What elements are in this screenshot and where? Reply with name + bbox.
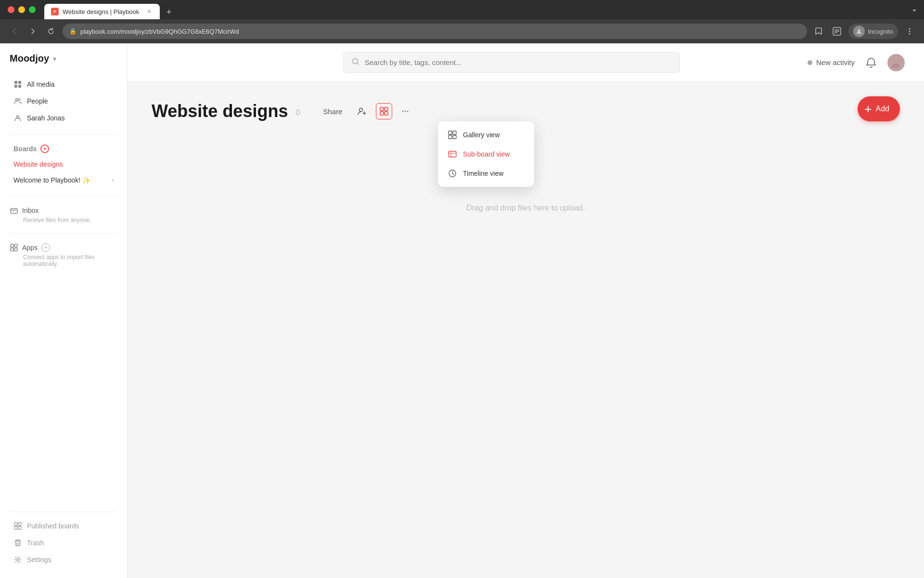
inbox-label[interactable]: Inbox xyxy=(22,207,38,214)
bookmark-button[interactable] xyxy=(812,25,825,38)
app-logo[interactable]: Moodjoy xyxy=(10,53,49,64)
svg-rect-18 xyxy=(14,248,17,251)
gallery-view-label: Gallery view xyxy=(463,131,500,139)
gallery-view-icon xyxy=(448,130,457,140)
svg-point-25 xyxy=(894,59,898,63)
timeline-view-label: Timeline view xyxy=(463,170,503,177)
inbox-desc: Receive files from anyone. xyxy=(10,217,117,223)
svg-text:P: P xyxy=(53,10,56,14)
browser-tab[interactable]: P Website designs | Playbook ✕ xyxy=(44,4,160,19)
add-button[interactable]: + Add xyxy=(858,96,900,121)
svg-point-5 xyxy=(909,31,911,32)
sidebar-item-trash[interactable]: Trash xyxy=(4,535,123,551)
share-button[interactable]: Share xyxy=(317,105,348,118)
forward-button[interactable] xyxy=(26,25,39,38)
maximize-traffic-light[interactable] xyxy=(29,6,36,13)
browser-menu-icon xyxy=(911,7,918,14)
timeline-view-icon xyxy=(448,169,457,178)
main-content: New activity Website designs 0 Share xyxy=(128,43,924,578)
svg-point-32 xyxy=(405,111,406,112)
tab-favicon: P xyxy=(51,8,59,15)
sidebar-item-website-designs[interactable]: Website designs xyxy=(4,157,123,172)
sidebar-item-people[interactable]: People xyxy=(4,93,123,109)
svg-point-26 xyxy=(359,108,363,112)
sidebar: Moodjoy ▾ All media People Sarah xyxy=(0,43,128,578)
boards-add-button[interactable]: + xyxy=(40,144,49,153)
address-text: playbook.com/moodjoy/zbVbG9QhGG7G8xE6Q7M… xyxy=(80,28,239,35)
sub-board-view-option[interactable]: Sub-board view xyxy=(438,144,534,164)
all-media-label: All media xyxy=(27,80,55,88)
new-tab-button[interactable]: + xyxy=(162,5,176,19)
close-traffic-light[interactable] xyxy=(8,6,14,13)
user-icon xyxy=(13,114,22,122)
settings-label: Settings xyxy=(27,556,51,564)
view-dropdown-menu: Gallery view Sub-board view Timeline vie… xyxy=(438,121,534,187)
sidebar-item-published-boards[interactable]: Published boards xyxy=(4,518,123,534)
svg-rect-22 xyxy=(18,526,21,529)
sidebar-divider-1 xyxy=(10,134,117,135)
sidebar-item-user[interactable]: Sarah Jonas xyxy=(4,110,123,126)
svg-rect-7 xyxy=(14,81,17,84)
svg-point-33 xyxy=(407,111,409,112)
settings-icon xyxy=(13,555,22,564)
timeline-view-option[interactable]: Timeline view xyxy=(438,164,534,183)
sidebar-item-all-media[interactable]: All media xyxy=(4,76,123,92)
published-icon xyxy=(13,522,22,530)
search-input[interactable] xyxy=(365,58,672,66)
tab-title: Website designs | Playbook xyxy=(63,8,141,15)
incognito-button[interactable]: Incognito xyxy=(848,24,898,39)
svg-rect-36 xyxy=(449,135,452,139)
sidebar-divider-bottom xyxy=(10,512,117,512)
logo-dropdown-icon[interactable]: ▾ xyxy=(53,55,56,63)
refresh-button[interactable] xyxy=(44,25,58,38)
svg-rect-35 xyxy=(453,131,456,134)
tab-close-button[interactable]: ✕ xyxy=(145,8,153,15)
svg-rect-21 xyxy=(14,526,17,529)
svg-rect-28 xyxy=(385,107,388,111)
search-box[interactable] xyxy=(343,52,680,73)
person-add-button[interactable] xyxy=(354,103,370,119)
minimize-traffic-light[interactable] xyxy=(18,6,25,13)
apps-desc: Connect apps to import files automatical… xyxy=(10,254,117,267)
trash-label: Trash xyxy=(27,539,44,547)
new-activity-button[interactable]: New activity xyxy=(808,58,855,66)
search-container xyxy=(343,52,680,73)
sidebar-item-welcome[interactable]: Welcome to Playbook! ✨ › xyxy=(4,172,123,188)
apps-add-button[interactable]: + xyxy=(41,243,50,252)
svg-rect-19 xyxy=(14,523,17,525)
svg-point-6 xyxy=(909,33,911,35)
activity-dot-icon xyxy=(808,60,812,65)
svg-rect-9 xyxy=(14,85,17,88)
welcome-label: Welcome to Playbook! ✨ xyxy=(13,176,90,184)
user-label: Sarah Jonas xyxy=(27,114,65,122)
user-avatar[interactable] xyxy=(887,54,905,71)
address-bar[interactable]: 🔒 playbook.com/moodjoy/zbVbG9QhGG7G8xE6Q… xyxy=(63,24,807,39)
profile-button[interactable] xyxy=(830,25,844,38)
back-button[interactable] xyxy=(8,25,21,38)
svg-point-11 xyxy=(16,99,18,101)
new-activity-label: New activity xyxy=(816,58,855,66)
apps-section: Apps + Connect apps to import files auto… xyxy=(0,239,127,271)
incognito-label: Incognito xyxy=(868,28,893,35)
sidebar-item-settings[interactable]: Settings xyxy=(4,552,123,568)
apps-icon xyxy=(10,243,18,252)
inbox-icon xyxy=(10,206,18,215)
browser-more-button[interactable] xyxy=(903,25,916,38)
svg-rect-34 xyxy=(449,131,452,134)
svg-point-12 xyxy=(18,99,20,101)
more-options-button[interactable] xyxy=(398,104,412,118)
sub-board-view-icon xyxy=(448,149,457,159)
svg-point-31 xyxy=(402,111,404,112)
apps-label[interactable]: Apps xyxy=(22,244,38,251)
board-header: Website designs 0 Share xyxy=(152,101,900,121)
svg-rect-15 xyxy=(11,244,13,247)
svg-point-23 xyxy=(17,559,19,561)
sidebar-divider-2 xyxy=(10,196,117,197)
view-toggle-button[interactable] xyxy=(376,103,392,119)
svg-rect-38 xyxy=(449,151,456,157)
svg-point-4 xyxy=(909,28,911,30)
gallery-view-option[interactable]: Gallery view xyxy=(438,125,534,144)
people-icon xyxy=(13,97,22,105)
board-title: Website designs xyxy=(152,101,288,121)
notification-button[interactable] xyxy=(862,54,880,71)
